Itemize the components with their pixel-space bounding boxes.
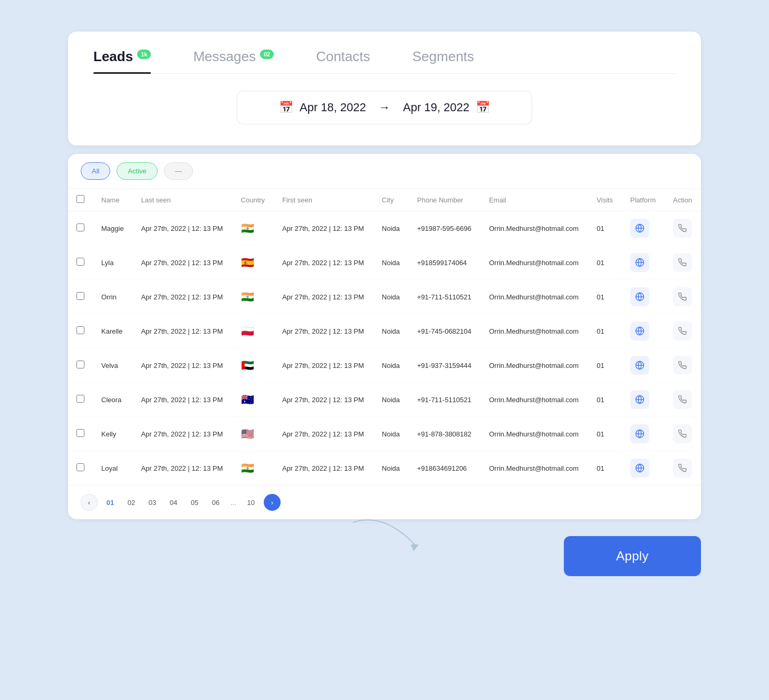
action-phone-btn[interactable]: [673, 424, 692, 443]
next-page-btn[interactable]: ›: [264, 494, 281, 511]
row-checkbox[interactable]: [76, 258, 84, 266]
row-name: Velva: [93, 348, 132, 383]
row-platform: [622, 451, 665, 485]
row-email: Orrin.Medhurst@hotmail.com: [480, 417, 588, 451]
platform-globe-btn[interactable]: [630, 219, 649, 238]
row-checkbox-cell: [68, 383, 93, 417]
row-first-seen: Apr 27th, 2022 | 12: 13 PM: [274, 314, 373, 348]
action-phone-btn[interactable]: [673, 459, 692, 478]
row-country: 🇮🇳: [233, 280, 274, 314]
filter-btn-2[interactable]: Active: [117, 162, 157, 180]
row-platform: [622, 211, 665, 246]
row-visits: 01: [588, 417, 621, 451]
platform-globe-btn[interactable]: [630, 253, 649, 272]
row-platform: [622, 280, 665, 314]
row-name: Cleora: [93, 383, 132, 417]
end-calendar-icon: 📅: [476, 101, 490, 114]
row-last-seen: Apr 27th, 2022 | 12: 13 PM: [132, 280, 232, 314]
row-phone: +91-711-5110521: [409, 383, 480, 417]
table-row: Lyla Apr 27th, 2022 | 12: 13 PM 🇪🇸 Apr 2…: [68, 246, 701, 280]
row-country: 🇮🇳: [233, 211, 274, 246]
row-checkbox[interactable]: [76, 463, 84, 471]
page-btn-05[interactable]: 05: [186, 494, 203, 511]
row-action: [665, 314, 701, 348]
row-first-seen: Apr 27th, 2022 | 12: 13 PM: [274, 348, 373, 383]
row-checkbox[interactable]: [76, 326, 84, 334]
row-phone: +91-711-5110521: [409, 280, 480, 314]
action-phone-btn[interactable]: [673, 356, 692, 375]
row-checkbox-cell: [68, 417, 93, 451]
page-btn-06[interactable]: 06: [207, 494, 224, 511]
row-city: Noida: [373, 314, 409, 348]
row-country: 🇪🇸: [233, 246, 274, 280]
page-btn-01[interactable]: 01: [102, 494, 119, 511]
page-btn-03[interactable]: 03: [144, 494, 161, 511]
page-btn-10[interactable]: 10: [243, 494, 259, 511]
prev-page-btn[interactable]: ‹: [81, 494, 98, 511]
row-phone: +91-937-3159444: [409, 348, 480, 383]
row-action: [665, 211, 701, 246]
col-first-seen: First seen: [274, 189, 373, 211]
col-action: Action: [665, 189, 701, 211]
platform-globe-btn[interactable]: [630, 322, 649, 341]
row-phone: +918634691206: [409, 451, 480, 485]
row-country: 🇵🇱: [233, 314, 274, 348]
tab-leads-label: Leads: [93, 48, 133, 65]
platform-globe-btn[interactable]: [630, 424, 649, 443]
row-last-seen: Apr 27th, 2022 | 12: 13 PM: [132, 348, 232, 383]
action-phone-btn[interactable]: [673, 219, 692, 238]
tab-contacts[interactable]: Contacts: [316, 48, 370, 73]
action-phone-btn[interactable]: [673, 322, 692, 341]
tab-leads[interactable]: Leads 1k: [93, 48, 151, 73]
row-action: [665, 280, 701, 314]
row-action: [665, 417, 701, 451]
row-visits: 01: [588, 280, 621, 314]
platform-globe-btn[interactable]: [630, 287, 649, 306]
page-btn-04[interactable]: 04: [165, 494, 182, 511]
row-checkbox[interactable]: [76, 395, 84, 403]
table-body: Maggie Apr 27th, 2022 | 12: 13 PM 🇮🇳 Apr…: [68, 211, 701, 485]
row-city: Noida: [373, 211, 409, 246]
row-city: Noida: [373, 280, 409, 314]
platform-globe-btn[interactable]: [630, 356, 649, 375]
platform-globe-btn[interactable]: [630, 390, 649, 409]
tab-messages-label: Messages: [193, 48, 256, 65]
start-date-part: 📅 Apr 18, 2022: [279, 101, 366, 114]
row-email: Orrin.Medhurst@hotmail.com: [480, 314, 588, 348]
row-checkbox-cell: [68, 211, 93, 246]
row-city: Noida: [373, 451, 409, 485]
row-first-seen: Apr 27th, 2022 | 12: 13 PM: [274, 451, 373, 485]
apply-button[interactable]: Apply: [564, 536, 701, 576]
action-phone-btn[interactable]: [673, 287, 692, 306]
table-row: Orrin Apr 27th, 2022 | 12: 13 PM 🇮🇳 Apr …: [68, 280, 701, 314]
date-range-box[interactable]: 📅 Apr 18, 2022 → Apr 19, 2022 📅: [237, 91, 532, 124]
svg-marker-16: [411, 545, 419, 551]
action-phone-btn[interactable]: [673, 390, 692, 409]
platform-globe-btn[interactable]: [630, 459, 649, 478]
row-name: Kelly: [93, 417, 132, 451]
tab-messages[interactable]: Messages 02: [193, 48, 274, 73]
row-checkbox[interactable]: [76, 223, 84, 231]
row-phone: +91-878-3808182: [409, 417, 480, 451]
action-phone-btn[interactable]: [673, 253, 692, 272]
row-visits: 01: [588, 348, 621, 383]
row-visits: 01: [588, 314, 621, 348]
pagination: ‹ 01 02 03 04 05 06 ... 10 ›: [68, 485, 701, 519]
row-checkbox[interactable]: [76, 361, 84, 368]
row-city: Noida: [373, 348, 409, 383]
tab-segments[interactable]: Segments: [412, 48, 474, 73]
filter-btn-3[interactable]: —: [164, 162, 193, 180]
row-checkbox[interactable]: [76, 292, 84, 300]
col-phone: Phone Number: [409, 189, 480, 211]
row-platform: [622, 417, 665, 451]
table-row: Loyal Apr 27th, 2022 | 12: 13 PM 🇮🇳 Apr …: [68, 451, 701, 485]
row-last-seen: Apr 27th, 2022 | 12: 13 PM: [132, 246, 232, 280]
row-action: [665, 451, 701, 485]
row-checkbox[interactable]: [76, 429, 84, 437]
table-row: Kelly Apr 27th, 2022 | 12: 13 PM 🇺🇸 Apr …: [68, 417, 701, 451]
page-btn-02[interactable]: 02: [123, 494, 140, 511]
end-date-text: Apr 19, 2022: [403, 101, 469, 114]
filter-btn-1[interactable]: All: [81, 162, 110, 180]
col-last-seen: Last seen: [132, 189, 232, 211]
select-all-checkbox[interactable]: [76, 195, 84, 203]
